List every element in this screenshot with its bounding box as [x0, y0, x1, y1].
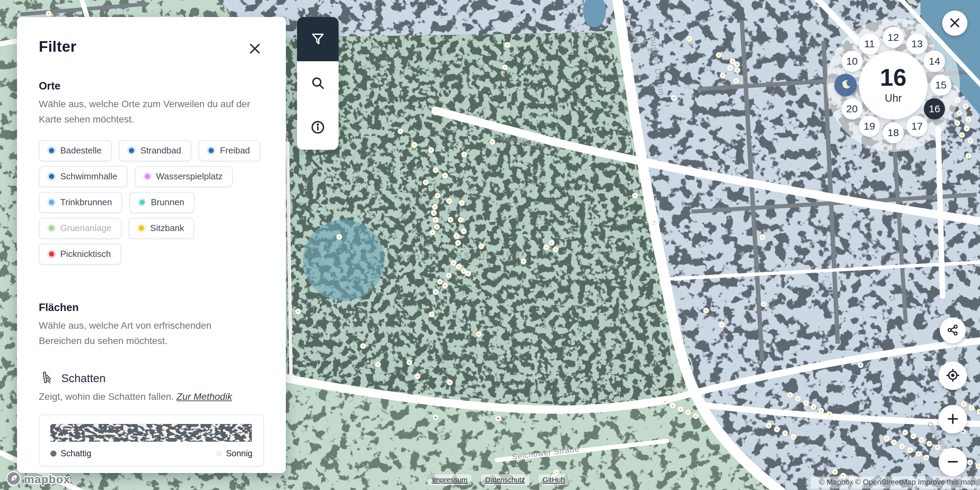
map-marker-sitzbank[interactable] — [458, 217, 464, 223]
map-marker-sitzbank[interactable] — [719, 322, 725, 328]
close-filter-panel-button[interactable] — [246, 40, 264, 59]
close-map-overlay-button[interactable] — [942, 11, 967, 36]
map-marker-sitzbank[interactable] — [766, 423, 772, 429]
map-marker-sitzbank[interactable] — [924, 455, 929, 461]
hour-button-15[interactable]: 15 — [930, 75, 951, 95]
map-marker-sitzbank[interactable] — [693, 414, 699, 419]
map-marker-sitzbank[interactable] — [479, 243, 484, 250]
hour-button-18[interactable]: 18 — [883, 122, 904, 143]
map-marker-sitzbank[interactable] — [295, 309, 301, 314]
map-marker-sitzbank[interactable] — [553, 247, 559, 253]
filter-chip-badestelle[interactable]: Badestelle — [39, 140, 111, 161]
map-marker-sitzbank[interactable] — [454, 234, 460, 239]
map-marker-sitzbank[interactable] — [430, 230, 436, 235]
map-marker-sitzbank[interactable] — [687, 36, 692, 42]
map-marker-picknicktisch[interactable] — [495, 416, 501, 422]
map-marker-sitzbank[interactable] — [476, 331, 482, 337]
map-marker-sitzbank[interactable] — [919, 437, 924, 443]
map-marker-sitzbank[interactable] — [716, 52, 722, 58]
hour-button-10[interactable]: 10 — [842, 51, 862, 72]
filter-chip-strandbad[interactable]: Strandbad — [119, 140, 191, 161]
zoom-out-button[interactable] — [939, 448, 967, 476]
map-marker-sitzbank[interactable] — [685, 410, 691, 415]
hour-button-17[interactable]: 17 — [907, 116, 928, 137]
map-marker-sitzbank[interactable] — [428, 147, 434, 153]
map-marker-sitzbank[interactable] — [957, 110, 963, 116]
map-marker-sitzbank[interactable] — [429, 312, 435, 318]
footer-link-datenschutz[interactable]: Datenschutz — [481, 474, 529, 485]
map-marker-sitzbank[interactable] — [375, 362, 381, 368]
map-marker-sitzbank[interactable] — [735, 67, 740, 73]
filter-chip-trinkbrunnen[interactable]: Trinkbrunnen — [39, 192, 122, 213]
zoom-in-button[interactable] — [939, 405, 967, 434]
map-marker-sitzbank[interactable] — [447, 198, 452, 204]
map-marker-sitzbank[interactable] — [431, 210, 437, 216]
map-marker-sitzbank[interactable] — [490, 139, 495, 145]
map-marker-sitzbank[interactable] — [969, 405, 975, 411]
map-marker-sitzbank[interactable] — [434, 224, 440, 230]
map-attribution[interactable]: © Mapbox © OpenStreetMap Improve this ma… — [811, 476, 980, 488]
map-marker-sitzbank[interactable] — [891, 440, 897, 445]
map-marker-sitzbank[interactable] — [761, 301, 767, 307]
map-marker-sitzbank[interactable] — [360, 343, 366, 349]
hour-button-14[interactable]: 14 — [924, 51, 945, 72]
map-marker-brunnen[interactable] — [734, 62, 740, 67]
map-marker-sitzbank[interactable] — [818, 408, 824, 414]
map-marker-sitzbank[interactable] — [884, 436, 890, 442]
map-marker-trinkbrunnen[interactable] — [858, 363, 864, 368]
map-marker-sitzbank[interactable] — [907, 447, 913, 453]
map-marker-sitzbank[interactable] — [442, 283, 448, 288]
map-marker-sitzbank[interactable] — [832, 469, 838, 475]
map-marker-sitzbank[interactable] — [412, 142, 417, 148]
map-marker-sitzbank[interactable] — [791, 434, 797, 440]
footer-link-impressum[interactable]: Impressum — [428, 474, 472, 485]
map-marker-sitzbank[interactable] — [466, 271, 471, 277]
map-marker-sitzbank[interactable] — [902, 430, 908, 436]
map-marker-sitzbank[interactable] — [966, 153, 972, 159]
map-marker-sitzbank[interactable] — [442, 173, 448, 179]
map-marker-sitzbank[interactable] — [968, 138, 974, 144]
map-marker-sitzbank[interactable] — [727, 65, 733, 71]
hour-button-20[interactable]: 20 — [842, 98, 862, 119]
hour-button-13[interactable]: 13 — [907, 33, 928, 54]
map-marker-sitzbank[interactable] — [927, 441, 932, 447]
map-marker-sitzbank[interactable] — [977, 409, 980, 415]
map-marker-sitzbank[interactable] — [632, 193, 638, 199]
hour-button-19[interactable]: 19 — [859, 116, 880, 137]
map-marker-sitzbank[interactable] — [774, 427, 780, 433]
map-marker-sitzbank[interactable] — [433, 167, 439, 173]
map-marker-sitzbank[interactable] — [451, 260, 457, 266]
mapbox-logo[interactable]: mapbox — [6, 471, 70, 487]
filter-chip-sitzbank[interactable]: Sitzbank — [129, 218, 194, 239]
map-marker-badestelle[interactable] — [433, 415, 439, 421]
map-marker-sitzbank[interactable] — [398, 129, 404, 134]
map-marker-sitzbank[interactable] — [911, 434, 916, 439]
map-marker-sitzbank[interactable] — [447, 380, 453, 385]
map-marker-sitzbank[interactable] — [455, 240, 461, 246]
map-marker-sitzbank[interactable] — [935, 445, 940, 450]
map-marker-sitzbank[interactable] — [437, 279, 443, 285]
map-marker-sitzbank[interactable] — [760, 235, 765, 240]
map-marker-sitzbank[interactable] — [967, 460, 973, 466]
map-marker-sitzbank[interactable] — [955, 121, 960, 126]
map-marker-sitzbank[interactable] — [899, 444, 905, 450]
map-marker-sitzbank[interactable] — [432, 204, 438, 210]
map-marker-sitzbank[interactable] — [975, 463, 980, 469]
map-marker-sitzbank[interactable] — [459, 200, 465, 206]
map-marker-sitzbank[interactable] — [543, 245, 549, 250]
map-marker-sitzbank[interactable] — [549, 240, 555, 246]
map-marker-trinkbrunnen[interactable] — [671, 95, 677, 101]
map-marker-sitzbank[interactable] — [795, 396, 801, 402]
filter-chip-freibad[interactable]: Freibad — [198, 140, 260, 161]
map-marker-sitzbank[interactable] — [448, 217, 453, 223]
map-marker-sitzbank[interactable] — [521, 259, 527, 264]
filter-chip-schwimmhalle[interactable]: Schwimmhalle — [39, 166, 127, 187]
map-marker-sitzbank[interactable] — [963, 103, 969, 109]
hour-button-12[interactable]: 12 — [883, 27, 904, 48]
methodology-link[interactable]: Zur Methodik — [177, 391, 232, 402]
map-marker-sitzbank[interactable] — [46, 11, 52, 17]
map-marker-sitzbank[interactable] — [827, 412, 833, 417]
filter-tool-button[interactable] — [297, 17, 339, 61]
map-marker-sitzbank[interactable] — [733, 78, 739, 84]
night-hours-button[interactable] — [834, 74, 857, 96]
